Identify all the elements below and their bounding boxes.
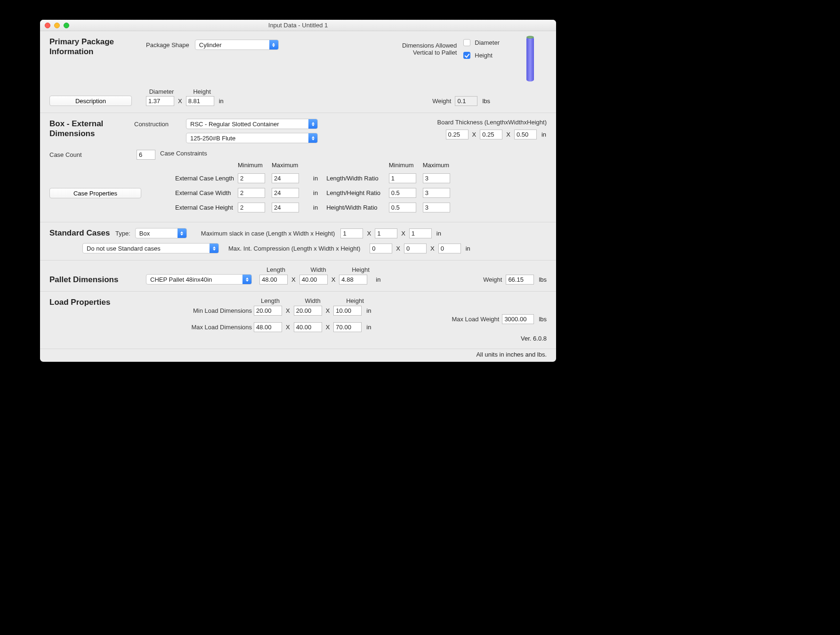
construction-select[interactable]: RSC - Regular Slotted Container <box>186 119 318 129</box>
slack-l-input[interactable] <box>340 228 363 238</box>
lh-min-input[interactable] <box>389 188 416 198</box>
chevron-updown-icon <box>242 275 251 284</box>
hw-ratio-label: Height/Width Ratio <box>326 201 388 214</box>
compress-label: Max. Int. Compression (Length x Width x … <box>228 245 360 252</box>
board-thickness-label: Board Thickness (LengthxWidthxHeight) <box>437 119 547 126</box>
pallet-width-input[interactable] <box>299 275 328 285</box>
load-length-label: Length <box>254 297 287 304</box>
load-heading: Load Properties <box>49 297 181 307</box>
slack-w-input[interactable] <box>375 228 397 238</box>
pallet-weight-label: Weight <box>483 276 502 283</box>
load-height-label: Height <box>339 297 372 304</box>
ext-hgt-label: External Case Height <box>161 201 237 214</box>
section-primary: Primary Package Information Package Shap… <box>40 31 556 113</box>
comp-h-input[interactable] <box>438 244 461 253</box>
ecw-max-input[interactable] <box>272 188 299 198</box>
load-width-label: Width <box>296 297 329 304</box>
hw-min-input[interactable] <box>389 203 416 212</box>
load-max-unit: in <box>366 324 371 331</box>
standard-heading: Standard Cases <box>49 228 115 238</box>
primary-heading: Primary Package Information <box>49 37 146 57</box>
units-note: All units in inches and lbs. <box>40 349 556 362</box>
height-checkbox-row[interactable]: Height <box>461 50 500 60</box>
ech-min-input[interactable] <box>238 203 265 212</box>
lh-ratio-label: Length/Height Ratio <box>326 186 388 200</box>
slack-h-input[interactable] <box>409 228 432 238</box>
comp-w-input[interactable] <box>404 244 427 253</box>
pallet-weight-unit: lbs <box>539 276 547 283</box>
lw-max-input[interactable] <box>423 173 450 183</box>
pallet-length-label: Length <box>259 266 292 273</box>
diameter-col-label: Diameter <box>146 88 177 95</box>
primary-weight-label: Weight <box>432 98 451 105</box>
diameter-checkbox-row[interactable]: Diameter <box>461 38 500 48</box>
box-heading: Box - External Dimensions <box>49 119 134 139</box>
type-select[interactable]: Box <box>135 228 187 238</box>
comp-l-input[interactable] <box>370 244 392 253</box>
ecw-min-input[interactable] <box>238 188 265 198</box>
chevron-updown-icon <box>178 228 186 238</box>
min-l-input[interactable] <box>254 306 282 316</box>
diameter-input[interactable] <box>146 96 174 106</box>
package-shape-select[interactable]: Cylinder <box>195 40 279 50</box>
min-load-label: Min Load Dimensions <box>181 307 252 314</box>
height-checkbox[interactable] <box>463 52 470 59</box>
ratio-max-col-label: Maximum <box>423 160 456 171</box>
pallet-weight-input[interactable] <box>506 275 534 285</box>
ech-max-input[interactable] <box>272 203 299 212</box>
pallet-heading: Pallet Dimensions <box>49 275 146 285</box>
max-col-label: Maximum <box>272 160 305 171</box>
max-h-input[interactable] <box>333 322 362 332</box>
bt-width-input[interactable] <box>480 130 502 139</box>
pallet-select[interactable]: CHEP Pallet 48inx40in <box>146 274 252 285</box>
hw-max-input[interactable] <box>423 203 450 212</box>
case-constraints-label: Case Constraints <box>160 150 207 157</box>
min-h-input[interactable] <box>333 306 362 316</box>
lw-ratio-label: Length/Width Ratio <box>326 171 388 185</box>
pallet-width-label: Width <box>302 266 335 273</box>
section-box: Box - External Dimensions Construction R… <box>40 113 556 222</box>
case-count-input[interactable] <box>137 150 155 160</box>
version-label: Ver. 6.0.8 <box>521 335 547 342</box>
case-count-label: Case Count <box>49 151 137 158</box>
height-col-label: Height <box>186 88 218 95</box>
min-w-input[interactable] <box>294 306 322 316</box>
max-l-input[interactable] <box>254 322 282 332</box>
flute-select[interactable]: 125-250#B Flute <box>186 133 318 143</box>
standard-mode-select[interactable]: Do not use Standard cases <box>82 243 219 253</box>
app-window: Input Data - Untitled 1 Primary Package … <box>40 20 556 362</box>
case-properties-button[interactable]: Case Properties <box>49 188 141 198</box>
bt-unit: in <box>541 131 546 138</box>
pallet-length-input[interactable] <box>259 275 288 285</box>
section-pallet: Pallet Dimensions CHEP Pallet 48inx40in … <box>40 261 556 292</box>
chevron-updown-icon <box>308 133 317 143</box>
chevron-updown-icon <box>269 40 278 49</box>
height-checkbox-label: Height <box>475 52 493 59</box>
load-weight-unit: lbs <box>539 316 547 323</box>
bt-length-input[interactable] <box>446 130 468 139</box>
load-min-unit: in <box>366 307 371 314</box>
dims-allowed-label: Dimensions Allowed Vertical to Pallet <box>402 42 457 56</box>
bt-height-input[interactable] <box>514 130 537 139</box>
max-load-weight-label: Max Load Weight <box>452 316 499 323</box>
window-title: Input Data - Untitled 1 <box>40 22 556 29</box>
lh-max-input[interactable] <box>423 188 450 198</box>
ext-wid-label: External Case Width <box>161 186 237 200</box>
pallet-height-label: Height <box>344 266 377 273</box>
titlebar[interactable]: Input Data - Untitled 1 <box>40 20 556 31</box>
type-label: Type: <box>115 230 130 237</box>
ecl-min-input[interactable] <box>238 173 265 183</box>
pallet-height-input[interactable] <box>339 275 367 285</box>
height-input[interactable] <box>186 96 214 106</box>
description-button[interactable]: Description <box>49 96 132 106</box>
ecl-max-input[interactable] <box>272 173 299 183</box>
max-load-weight-input[interactable] <box>502 314 534 324</box>
max-load-label: Max Load Dimensions <box>181 324 252 331</box>
ratio-min-col-label: Minimum <box>389 160 422 171</box>
primary-weight-input[interactable] <box>455 96 477 106</box>
ext-len-label: External Case Length <box>161 171 237 185</box>
lw-min-input[interactable] <box>389 173 416 183</box>
diameter-checkbox[interactable] <box>463 39 470 46</box>
max-w-input[interactable] <box>294 322 322 332</box>
section-standard: Standard Cases Type: Box Maximum slack i… <box>40 222 556 261</box>
